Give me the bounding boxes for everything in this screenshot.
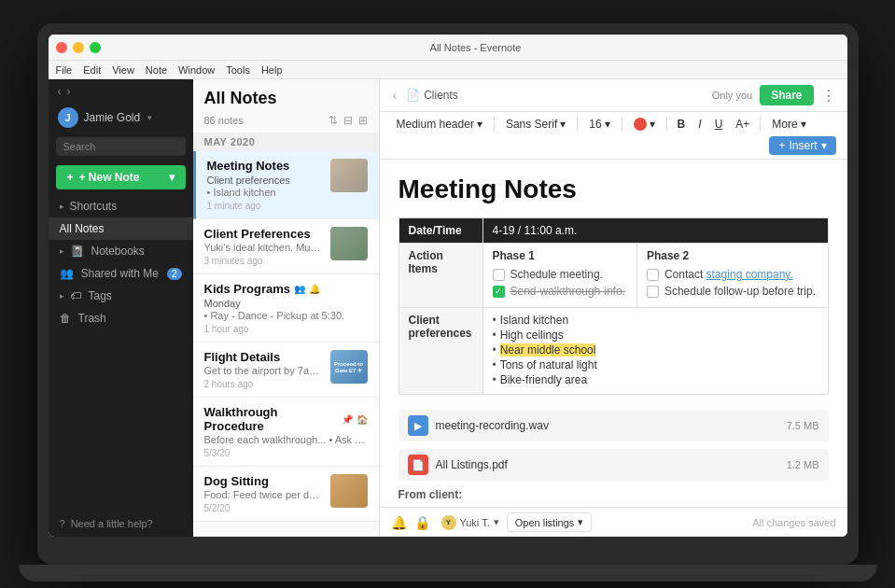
menu-bar: File Edit View Note Window Tools Help (49, 61, 847, 79)
more-label: More (772, 118, 797, 131)
notes-scroll-area: Meeting Notes Client preferences • Islan… (193, 151, 379, 537)
from-client-label: From client: (399, 488, 829, 501)
editor-bottombar: 🔔 🔒 Y Yuki T. ▾ Open listings ▾ All chan… (380, 507, 847, 537)
sidebar-item-shared[interactable]: 👥 Shared with Me 2 (49, 262, 193, 285)
note-title: Meeting Notes (207, 159, 323, 173)
italic-button[interactable]: I (693, 116, 706, 133)
menu-file[interactable]: File (56, 64, 73, 76)
close-button[interactable] (56, 42, 67, 53)
list-item: Tons of natural light (493, 358, 818, 371)
checklist-item-followup: Schedule follow-up before trip. (647, 285, 818, 298)
menu-help[interactable]: Help (261, 64, 283, 76)
size-chevron: ▾ (605, 118, 610, 131)
checklist-item-send: ✓ Send-walkthrough-info. (493, 285, 627, 298)
visibility-label: Only you (712, 90, 752, 101)
nav-forward-btn[interactable]: › (67, 85, 71, 98)
save-status: All changes saved (752, 517, 835, 528)
size-dropdown[interactable]: 16 ▾ (583, 116, 615, 133)
date-value-cell: 4-19 / 11:00 a.m. (482, 218, 828, 244)
contact-label: Contact staging company. (664, 268, 793, 281)
date-label-cell: Date/Time (399, 218, 482, 244)
sidebar-item-notebooks[interactable]: ▸ 📓 Notebooks (49, 240, 193, 262)
sidebar: ‹ › J Jamie Gold ▾ + + New Note ▾ (49, 79, 193, 537)
note-icon-pin: 📌 (342, 414, 353, 425)
sidebar-item-shortcuts[interactable]: ▸ Shortcuts (49, 195, 193, 217)
sort-icon[interactable]: ⇅ (329, 114, 338, 127)
share-button[interactable]: Share (760, 85, 813, 105)
editor-back-btn[interactable]: ‹ (391, 86, 399, 105)
format-dropdown[interactable]: Medium header ▾ (391, 116, 488, 133)
new-note-label: + New Note (79, 171, 140, 184)
help-footer[interactable]: ? Need a little help? (49, 511, 193, 537)
attachment-audio[interactable]: ▶ meeting-recording.wav 7.5 MB (399, 410, 829, 441)
font-dropdown[interactable]: Sans Serif ▾ (500, 116, 571, 133)
expand-icon: ▸ (60, 291, 64, 301)
followup-label: Schedule follow-up before trip. (664, 285, 816, 298)
note-item-walkthrough[interactable]: Walkthrough Procedure 📌 🏠 Before each wa… (193, 398, 379, 467)
expand-icon: ▸ (60, 246, 64, 256)
insert-button[interactable]: + Insert ▾ (769, 136, 835, 155)
staging-link[interactable]: staging company. (706, 268, 793, 281)
format-label: Medium header (397, 118, 474, 131)
help-icon: ? (60, 518, 65, 529)
nav-back-btn[interactable]: ‹ (58, 85, 62, 98)
note-time: 1 minute ago (207, 201, 368, 211)
attachment-size: 1.2 MB (787, 459, 819, 470)
color-dropdown[interactable]: ▾ (628, 116, 661, 133)
phase2-cell: Phase 2 Contact staging company. Schedul… (636, 244, 828, 308)
filter-icon[interactable]: ⊟ (343, 114, 353, 127)
underline-button[interactable]: U (710, 116, 728, 133)
checklist-item-schedule: Schedule meeting. (493, 268, 627, 281)
note-excerpt: Food: Feed twice per day. Space meals 12… (204, 489, 323, 500)
note-item-client-prefs[interactable]: Client Preferences Yuki's ideal kitchen.… (193, 219, 379, 274)
table-row-actions: Action Items Phase 1 Schedule meeting. ✓… (399, 244, 828, 308)
menu-edit[interactable]: Edit (83, 64, 101, 76)
menu-note[interactable]: Note (146, 64, 167, 76)
avatar: J (58, 107, 78, 128)
sidebar-nav: ‹ › (49, 79, 193, 104)
menu-view[interactable]: View (112, 64, 134, 76)
menu-window[interactable]: Window (178, 64, 215, 76)
more-options-btn[interactable]: ⋮ (821, 87, 836, 105)
grid-icon[interactable]: ⊞ (358, 114, 368, 127)
search-input[interactable] (56, 137, 186, 156)
plus-icon: + (67, 171, 74, 184)
font-label: Sans Serif (506, 118, 557, 131)
notes-section-date: MAY 2020 (193, 133, 379, 151)
sidebar-item-all-notes[interactable]: All Notes (49, 217, 193, 240)
note-subtitle: Monday (204, 298, 368, 309)
user-tag-name: Yuki T. (460, 517, 490, 528)
maximize-button[interactable] (90, 42, 101, 53)
note-item-kids-programs[interactable]: Kids Programs 👥 🔔 Monday • Ray - Dance -… (193, 274, 379, 343)
window-controls[interactable] (56, 42, 101, 53)
user-tag[interactable]: Y Yuki T. ▾ (441, 515, 499, 530)
bell-icon[interactable]: 🔔 (391, 515, 407, 530)
lock-icon[interactable]: 🔒 (414, 515, 430, 530)
notes-list-icons[interactable]: ⇅ ⊟ ⊞ (329, 114, 368, 127)
breadcrumb: 📄 Clients (406, 89, 705, 102)
user-menu[interactable]: J Jamie Gold ▾ (49, 104, 193, 132)
bold-button[interactable]: B (673, 116, 691, 133)
note-item-flight[interactable]: Proceed to Gate E7 ✈ Flight Details Get … (193, 343, 379, 398)
menu-tools[interactable]: Tools (226, 64, 250, 76)
sidebar-item-trash[interactable]: 🗑 Trash (49, 307, 193, 329)
attachment-pdf[interactable]: 📄 All Listings.pdf 1.2 MB (399, 449, 829, 481)
minimize-button[interactable] (73, 42, 84, 53)
note-item-dog[interactable]: Dog Sitting Food: Feed twice per day. Sp… (193, 467, 379, 522)
separator (577, 117, 578, 132)
checkbox-contact[interactable] (647, 269, 659, 281)
special-format-button[interactable]: A+ (731, 116, 754, 133)
more-dropdown[interactable]: More ▾ (766, 116, 811, 133)
open-listings-button[interactable]: Open listings ▾ (507, 512, 593, 532)
new-note-button[interactable]: + + New Note ▾ (56, 165, 186, 189)
note-main-title: Meeting Notes (399, 175, 829, 204)
checkbox-schedule[interactable] (493, 269, 505, 281)
sidebar-item-tags[interactable]: ▸ 🏷 Tags (49, 285, 193, 307)
meeting-table: Date/Time 4-19 / 11:00 a.m. Action Items… (399, 217, 829, 395)
sidebar-item-label: Shortcuts (70, 200, 118, 213)
attachment-size: 7.5 MB (787, 420, 819, 431)
checkbox-send[interactable]: ✓ (493, 286, 505, 298)
note-item-meeting[interactable]: Meeting Notes Client preferences • Islan… (193, 151, 379, 219)
note-time: 1 hour ago (204, 324, 368, 334)
checkbox-followup[interactable] (647, 286, 659, 298)
